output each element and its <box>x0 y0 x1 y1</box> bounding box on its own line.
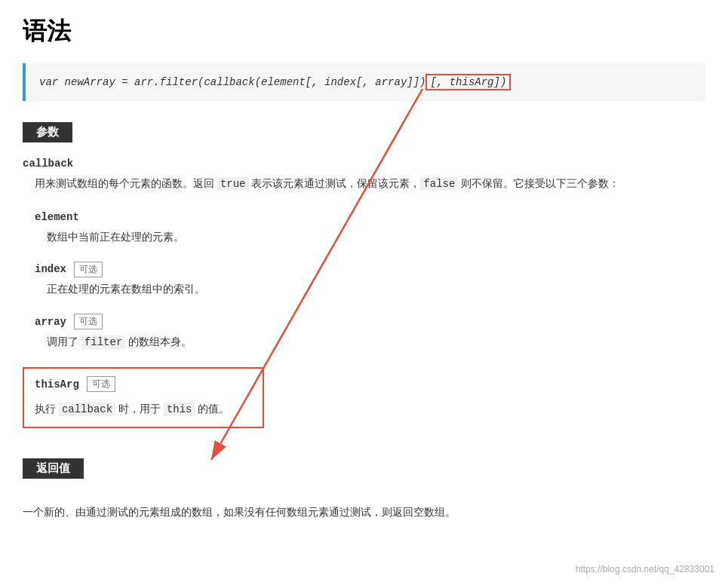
param-index: index 可选 正在处理的元素在数组中的索引。 <box>23 262 705 299</box>
param-element: element 数组中当前正在处理的元素。 <box>23 210 705 247</box>
params-header: 参数 <box>23 122 72 142</box>
param-badge-thisarg: 可选 <box>87 376 115 392</box>
watermark: https://blog.csdn.net/qq_42833001 <box>576 564 714 574</box>
syntax-code-block: var newArray = arr.filter(callback(eleme… <box>23 63 705 101</box>
param-desc-callback: 用来测试数组的每个元素的函数。返回 true 表示该元素通过测试，保留该元素，f… <box>23 174 705 194</box>
page-title: 语法 <box>23 15 705 48</box>
code-text-highlighted: [, thisArg]) <box>425 74 511 90</box>
param-name-thisarg: thisArg <box>35 378 79 391</box>
param-badge-array: 可选 <box>74 314 103 329</box>
params-section: 参数 callback 用来测试数组的每个元素的函数。返回 true 表示该元素… <box>23 122 705 443</box>
return-header: 返回值 <box>23 458 84 479</box>
param-badge-index: 可选 <box>74 262 103 277</box>
param-name-index: index <box>35 263 66 275</box>
param-thisarg-container: thisArg 可选 执行 callback 时，用于 this 的值。 <box>23 367 705 443</box>
param-desc-element: 数组中当前正在处理的元素。 <box>35 228 705 247</box>
param-name-element: element <box>35 211 79 223</box>
return-section: 返回值 一个新的、由通过测试的元素组成的数组，如果没有任何数组元素通过测试，则返… <box>23 458 705 522</box>
param-thisarg-highlight-box: thisArg 可选 执行 callback 时，用于 this 的值。 <box>23 367 264 428</box>
param-callback: callback 用来测试数组的每个元素的函数。返回 true 表示该元素通过测… <box>23 156 705 194</box>
param-name-array: array <box>35 316 66 328</box>
param-array: array 可选 调用了 filter 的数组本身。 <box>23 314 705 352</box>
code-text-main: var newArray = arr.filter(callback(eleme… <box>39 76 425 88</box>
param-desc-thisarg: 执行 callback 时，用于 this 的值。 <box>35 400 252 419</box>
param-desc-index: 正在处理的元素在数组中的索引。 <box>35 280 705 299</box>
param-desc-array: 调用了 filter 的数组本身。 <box>35 332 705 352</box>
return-desc: 一个新的、由通过测试的元素组成的数组，如果没有任何数组元素通过测试，则返回空数组… <box>23 503 705 522</box>
param-name-callback: callback <box>23 158 73 170</box>
